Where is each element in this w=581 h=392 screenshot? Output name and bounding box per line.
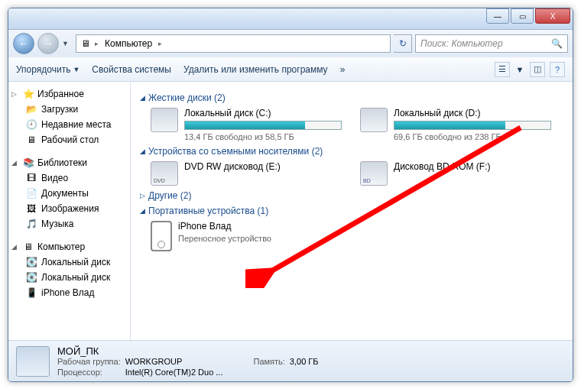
- computer-large-icon: [16, 346, 50, 377]
- sidebar-music[interactable]: 🎵Музыка: [8, 216, 130, 232]
- desktop-icon: 🖥: [25, 134, 37, 146]
- back-button[interactable]: ←: [13, 33, 34, 54]
- memory-value: 3,00 ГБ: [290, 357, 319, 366]
- sidebar-videos[interactable]: 🎞Видео: [8, 170, 130, 186]
- usage-bar: [184, 121, 342, 130]
- device-sub: Переносное устройство: [178, 234, 271, 243]
- folder-icon: 📂: [25, 103, 37, 115]
- preview-pane-button[interactable]: ◫: [530, 62, 545, 77]
- memory-label: Память:: [253, 357, 284, 366]
- search-icon: 🔍: [551, 38, 563, 49]
- cpu-value: Intel(R) Core(TM)2 Duo ...: [125, 368, 223, 377]
- sidebar-downloads[interactable]: 📂Загрузки: [8, 102, 130, 117]
- search-placeholder: Поиск: Компьютер: [420, 38, 503, 49]
- window-controls: — ▭ X: [485, 8, 570, 24]
- section-hard-drives[interactable]: ◢Жесткие диски (2): [140, 92, 563, 103]
- explorer-window: — ▭ X ← → ▼ 🖥 ▸ Компьютер ▸ ↻ Поиск: Ком…: [8, 8, 573, 382]
- phone-icon: [151, 221, 172, 251]
- sidebar-iphone[interactable]: 📱iPhone Влад: [8, 285, 130, 300]
- drive-sub: 69,6 ГБ свободно из 238 ГБ: [394, 132, 551, 141]
- view-dropdown[interactable]: ▼: [514, 62, 525, 77]
- section-removable[interactable]: ◢Устройства со съемными носителями (2): [140, 146, 563, 157]
- view-button[interactable]: ☰: [495, 62, 510, 77]
- breadcrumb-computer[interactable]: Компьютер: [102, 38, 155, 49]
- video-icon: 🎞: [25, 172, 37, 184]
- usage-bar: [394, 121, 551, 130]
- bd-icon: [360, 161, 388, 186]
- computer-icon: 🖥: [22, 241, 34, 253]
- cpu-label: Процессор:: [57, 368, 121, 377]
- toolbar: Упорядочить▼ Свойства системы Удалить ил…: [8, 57, 573, 82]
- drive-name: Дисковод BD-ROM (F:): [394, 161, 551, 172]
- star-icon: ⭐: [22, 88, 34, 100]
- drive-c[interactable]: Локальный диск (C:) 13,4 ГБ свободно из …: [151, 108, 342, 141]
- sidebar-favorites[interactable]: ▷⭐Избранное: [8, 86, 130, 102]
- close-button[interactable]: X: [535, 8, 570, 24]
- section-portable[interactable]: ◢Портативные устройства (1): [140, 206, 563, 216]
- toolbar-more[interactable]: »: [340, 64, 346, 75]
- sidebar-drive-d[interactable]: 💽Локальный диск: [8, 270, 130, 285]
- sidebar-drive-c[interactable]: 💽Локальный диск: [8, 254, 130, 270]
- library-icon: 📚: [22, 157, 34, 169]
- sidebar-documents[interactable]: 📄Документы: [8, 186, 130, 201]
- drive-bd[interactable]: Дисковод BD-ROM (F:): [360, 161, 551, 186]
- navbar: ← → ▼ 🖥 ▸ Компьютер ▸ ↻ Поиск: Компьютер…: [8, 30, 573, 57]
- phone-icon: 📱: [25, 287, 37, 299]
- sidebar-recent[interactable]: 🕘Недавние места: [8, 117, 130, 132]
- device-iphone[interactable]: iPhone Влад Переносное устройство: [151, 221, 271, 251]
- hdd-icon: [360, 108, 388, 132]
- breadcrumb-sep-icon: ▸: [95, 40, 99, 47]
- drive-name: Локальный диск (D:): [394, 108, 551, 118]
- picture-icon: 🖼: [25, 202, 37, 215]
- breadcrumb-sep-icon: ▸: [158, 40, 162, 47]
- hdd-icon: [151, 108, 178, 132]
- drive-dvd[interactable]: DVD RW дисковод (E:): [151, 161, 342, 186]
- main-content: ◢Жесткие диски (2) Локальный диск (C:) 1…: [131, 82, 573, 340]
- music-icon: 🎵: [25, 218, 37, 230]
- sidebar: ▷⭐Избранное 📂Загрузки 🕘Недавние места 🖥Р…: [8, 82, 131, 340]
- drive-icon: 💽: [25, 256, 37, 268]
- titlebar: — ▭ X: [8, 8, 573, 30]
- system-properties-button[interactable]: Свойства системы: [92, 64, 171, 75]
- sidebar-computer[interactable]: ◢🖥Компьютер: [8, 239, 130, 254]
- uninstall-button[interactable]: Удалить или изменить программу: [183, 64, 328, 75]
- maximize-button[interactable]: ▭: [511, 8, 534, 24]
- workgroup-label: Рабочая группа:: [57, 357, 121, 366]
- address-bar[interactable]: 🖥 ▸ Компьютер ▸: [76, 34, 391, 53]
- annotation-arrow: [245, 120, 528, 288]
- forward-button[interactable]: →: [37, 33, 59, 54]
- workgroup-value: WORKGROUP: [125, 357, 223, 366]
- search-input[interactable]: Поиск: Компьютер 🔍: [415, 34, 568, 53]
- drive-sub: 13,4 ГБ свободно из 58,5 ГБ: [184, 132, 342, 141]
- sidebar-desktop[interactable]: 🖥Рабочий стол: [8, 132, 130, 147]
- drive-d[interactable]: Локальный диск (D:) 69,6 ГБ свободно из …: [360, 108, 551, 141]
- sidebar-pictures[interactable]: 🖼Изображения: [8, 201, 130, 216]
- drive-name: DVD RW дисковод (E:): [184, 161, 342, 172]
- device-name: iPhone Влад: [178, 221, 271, 232]
- details-name: МОЙ_ПК: [57, 345, 222, 357]
- drive-name: Локальный диск (C:): [184, 108, 342, 118]
- sidebar-libraries[interactable]: ◢📚Библиотеки: [8, 155, 130, 170]
- drive-icon: 💽: [25, 271, 37, 283]
- details-pane: МОЙ_ПК Рабочая группа:WORKGROUP Процессо…: [8, 340, 573, 381]
- minimize-button[interactable]: —: [486, 8, 509, 24]
- dvd-icon: [151, 161, 178, 186]
- help-button[interactable]: ?: [550, 62, 565, 77]
- refresh-button[interactable]: ↻: [394, 34, 412, 53]
- computer-icon: 🖥: [80, 37, 92, 50]
- recent-icon: 🕘: [25, 118, 37, 131]
- section-other[interactable]: ▷Другие (2): [140, 190, 563, 201]
- history-dropdown[interactable]: ▼: [62, 40, 73, 47]
- document-icon: 📄: [25, 187, 37, 199]
- organize-button[interactable]: Упорядочить▼: [16, 64, 80, 75]
